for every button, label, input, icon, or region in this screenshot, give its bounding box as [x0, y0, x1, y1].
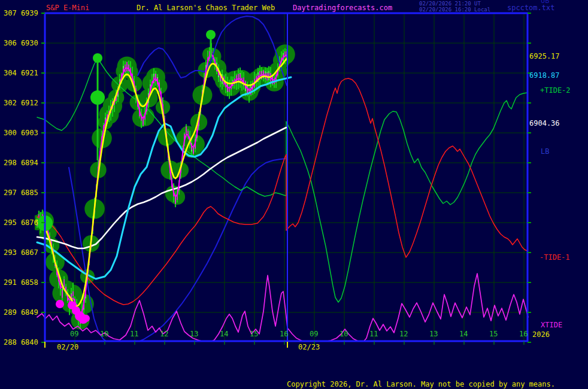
right-label-690436: 6904.36	[529, 120, 560, 127]
y-axis-row: 295 6876	[4, 219, 38, 227]
x-hour-label: 13	[190, 330, 198, 338]
right-label-tide2: +TIDE-2	[540, 87, 571, 95]
series-layer	[29, 16, 528, 346]
x-hour-label: 09	[310, 330, 318, 338]
right-label-lb: LB	[541, 148, 549, 156]
y-axis-row: 297 6885	[4, 189, 38, 197]
site-link[interactable]: Daytradingforecasts.com	[293, 4, 392, 12]
x-hour-label: 11	[130, 330, 138, 338]
y-axis-row: 300 6903	[4, 129, 38, 137]
x-hour-label: 16	[519, 330, 528, 338]
y-axis-row: 289 6849	[4, 309, 38, 317]
chaos-trader-chart-page: S&P E-Mini Dr. Al Larson's Chaos Trader …	[0, 0, 588, 389]
buy-signal-dot	[206, 30, 216, 39]
page-title: Dr. Al Larson's Chaos Trader Web	[137, 4, 275, 12]
right-label-691887: 6918.87	[529, 72, 560, 80]
copyright-notice: Copyright 2026, Dr. Al Larson. May not b…	[287, 381, 555, 388]
x-hour-label: 10	[340, 330, 348, 338]
x-hour-label: 13	[429, 330, 438, 338]
year-label: 2026	[532, 331, 550, 339]
y-axis-row: 302 6912	[4, 99, 38, 107]
y-axis-row: 304 6921	[4, 69, 38, 77]
y-axis-row: 306 6930	[4, 39, 38, 47]
right-label-tide1: -TIDE-1	[539, 254, 570, 262]
buy-signal-dot	[93, 53, 102, 63]
sell-signal-dot	[83, 315, 90, 322]
x-hour-label: 12	[160, 330, 168, 338]
y-axis-row: 307 6939	[4, 10, 38, 17]
sell-signal-dot	[56, 300, 64, 308]
x-hour-label: 10	[100, 330, 108, 338]
x-hour-label: 11	[369, 330, 378, 338]
price-chart-canvas	[0, 0, 588, 389]
x-hour-label: 15	[489, 330, 498, 338]
timestamp-local: 02/20/2026 16:20 Local	[419, 7, 490, 13]
x-hour-label: 15	[250, 330, 258, 338]
y-axis-row: 293 6867	[4, 249, 38, 257]
timestamp-ut: 02/20/2026 21:20 UT	[419, 1, 481, 7]
y-axis-row: 291 6858	[4, 279, 38, 287]
buy-signal-dot	[90, 90, 105, 105]
symbol-label: S&P E-Mini	[46, 4, 89, 12]
x-hour-label: 14	[459, 330, 468, 338]
right-label-692517: 6925.17	[529, 53, 560, 60]
x-hour-label: 12	[399, 330, 408, 338]
x-hour-label: 09	[70, 330, 78, 338]
right-label-xtide: XTIDE	[541, 321, 562, 329]
data-file-label: spcctom.txt	[507, 4, 554, 12]
x-hour-label: 16	[280, 330, 288, 338]
day-label: 02/20	[57, 344, 78, 351]
y-axis-row: 288 6840	[4, 339, 38, 347]
y-axis-row: 298 6894	[4, 159, 38, 167]
day-label: 02/23	[298, 344, 320, 351]
x-hour-label: 14	[220, 330, 228, 338]
